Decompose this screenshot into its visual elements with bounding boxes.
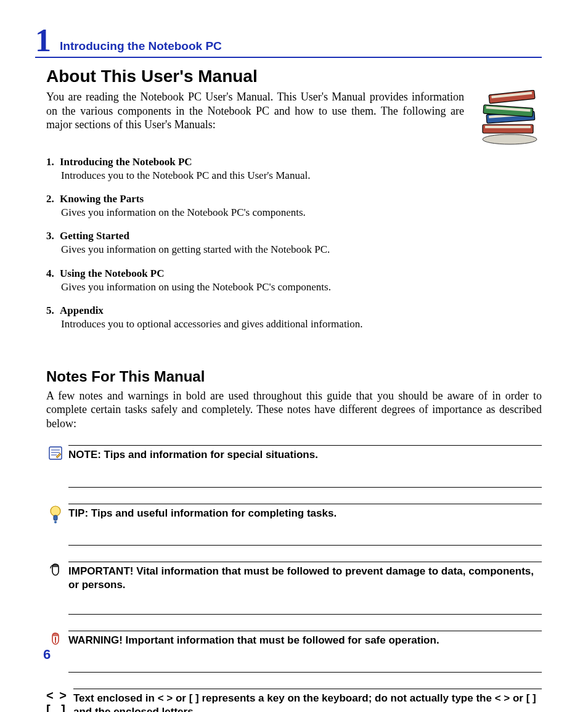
svg-point-0	[483, 134, 537, 144]
list-item: 1.Introducing the Notebook PC Introduces…	[46, 155, 542, 182]
note-text: TIP: Tips and useful information for com…	[68, 504, 542, 546]
list-title: Knowing the Parts	[60, 193, 144, 205]
list-desc: Gives you information on the Notebook PC…	[61, 206, 542, 219]
note-text: Text enclosed in < > or [ ] represents a…	[73, 689, 542, 712]
svg-point-12	[54, 521, 57, 523]
list-item: 4.Using the Notebook PC Gives you inform…	[46, 267, 542, 294]
list-title: Appendix	[60, 305, 104, 316]
section-heading-notes: Notes For This Manual	[46, 368, 542, 385]
books-icon	[474, 90, 542, 145]
square-brackets: [ ]	[46, 703, 70, 712]
angle-brackets: < >	[46, 689, 70, 703]
note-text: WARNING! Important information that must…	[68, 631, 542, 673]
list-item: 5.Appendix Introduces you to optional ac…	[46, 304, 542, 331]
page: 1 Introducing the Notebook PC About This…	[0, 0, 588, 712]
list-title: Getting Started	[60, 230, 129, 242]
note-row-important: IMPORTANT! Vital information that must b…	[46, 562, 542, 615]
list-item: 2.Knowing the Parts Gives you informatio…	[46, 192, 542, 219]
list-title: Using the Notebook PC	[60, 268, 165, 279]
note-text: IMPORTANT! Vital information that must b…	[68, 562, 542, 615]
svg-point-10	[51, 506, 60, 516]
list-title: Introducing the Notebook PC	[60, 156, 192, 168]
important-icon	[46, 562, 65, 580]
list-desc: Gives you information on using the Noteb…	[61, 280, 542, 294]
list-desc: Introduces you to the Notebook PC and th…	[61, 169, 542, 182]
list-number: 1.	[46, 155, 60, 169]
chapter-title: Introducing the Notebook PC	[60, 39, 222, 57]
list-number: 5.	[46, 304, 60, 317]
list-item: 3.Getting Started Gives you information …	[46, 229, 542, 256]
chapter-number: 1	[35, 25, 60, 57]
notes-intro-text: A few notes and warnings in bold are use…	[46, 389, 542, 431]
section-list: 1.Introducing the Notebook PC Introduces…	[46, 155, 542, 331]
note-text: NOTE: Tips and information for special s…	[68, 445, 542, 487]
note-row-warning: WARNING! Important information that must…	[46, 631, 542, 673]
note-row-tip: TIP: Tips and useful information for com…	[46, 504, 542, 546]
tip-icon	[46, 504, 65, 525]
note-row-note: NOTE: Tips and information for special s…	[46, 445, 542, 487]
svg-rect-11	[54, 515, 57, 520]
list-number: 2.	[46, 192, 60, 206]
about-intro-block: You are reading the Notebook PC User's M…	[46, 90, 542, 145]
list-desc: Introduces you to optional accessories a…	[61, 317, 542, 331]
note-row-key: < > [ ] Text enclosed in < > or [ ] repr…	[46, 689, 542, 712]
note-icon	[46, 445, 65, 460]
list-desc: Gives you information on getting started…	[61, 243, 542, 256]
list-number: 4.	[46, 267, 60, 280]
about-intro-text: You are reading the Notebook PC User's M…	[46, 90, 464, 132]
key-bracket-icon: < > [ ]	[46, 689, 70, 712]
page-number: 6	[43, 647, 51, 663]
svg-rect-2	[485, 126, 531, 128]
chapter-header: 1 Introducing the Notebook PC	[35, 25, 542, 58]
section-heading-about: About This User's Manual	[46, 67, 542, 86]
list-number: 3.	[46, 229, 60, 243]
